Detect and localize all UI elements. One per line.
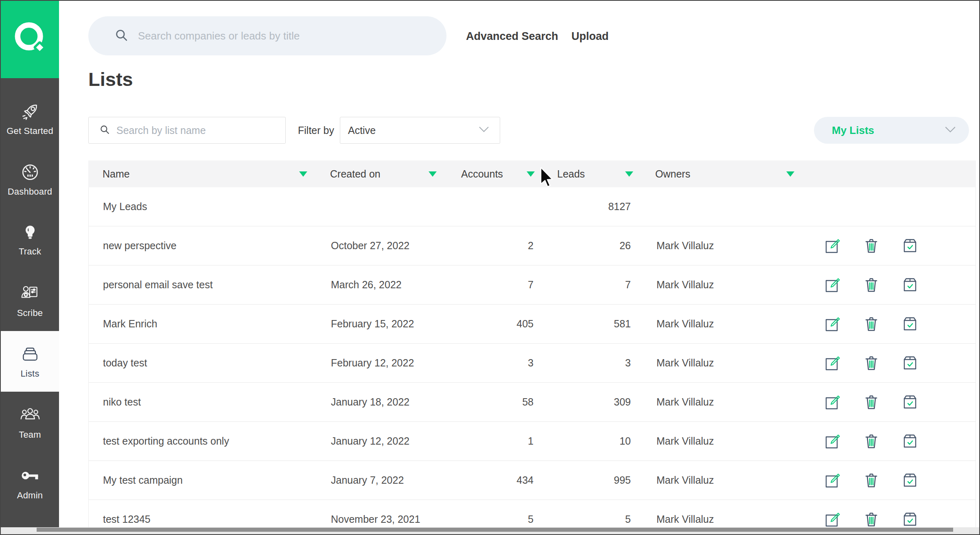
lists-drawer-icon [20, 344, 40, 364]
column-header-accounts[interactable]: Accounts [461, 160, 503, 187]
list-name[interactable]: test exporting accounts only [89, 435, 331, 447]
leads-count: 3 [534, 357, 631, 369]
edit-button[interactable] [823, 275, 842, 295]
accounts-count: 1 [453, 435, 534, 447]
trash-button[interactable] [862, 471, 881, 490]
edit-button[interactable] [823, 353, 842, 373]
list-name[interactable]: today test [89, 357, 331, 369]
archive-button[interactable] [900, 275, 920, 295]
status-filter-dropdown[interactable]: Active [340, 117, 500, 144]
row-actions [815, 510, 976, 529]
leads-count: 995 [534, 474, 631, 486]
accounts-count: 58 [453, 396, 534, 408]
sidebar-item-label: Track [19, 246, 41, 257]
sidebar-item-scribe[interactable]: Scribe [1, 270, 59, 331]
sidebar-item-team[interactable]: Team [1, 392, 59, 452]
column-header-created[interactable]: Created on [330, 160, 381, 187]
sidebar-nav: Get Started Dashboard [1, 78, 59, 513]
sidebar-item-get-started[interactable]: Get Started [1, 88, 59, 149]
created-on: November 23, 2021 [331, 513, 453, 525]
list-scope-dropdown[interactable]: My Lists [814, 117, 969, 144]
sidebar-item-track[interactable]: Track [1, 210, 59, 270]
row-actions [815, 353, 976, 373]
archive-button[interactable] [900, 510, 920, 529]
edit-button[interactable] [823, 314, 842, 334]
trash-button[interactable] [862, 432, 881, 451]
row-actions [815, 392, 976, 412]
sort-owners-icon[interactable] [786, 171, 794, 177]
table-row[interactable]: today test February 12, 2022 3 3 Mark Vi… [89, 344, 976, 383]
table-row[interactable]: Mark Enrich February 15, 2022 405 581 Ma… [89, 305, 976, 344]
global-search-input[interactable] [138, 30, 423, 42]
edit-button[interactable] [823, 392, 842, 412]
upload-link[interactable]: Upload [571, 30, 609, 43]
lightbulb-icon [21, 224, 39, 242]
row-actions [815, 236, 976, 256]
owner-name: Mark Villaluz [631, 513, 815, 525]
archive-button[interactable] [900, 392, 920, 412]
table-row[interactable]: test exporting accounts only January 12,… [89, 422, 976, 461]
archive-button[interactable] [900, 432, 920, 451]
column-header-name[interactable]: Name [103, 160, 130, 187]
edit-button[interactable] [823, 236, 842, 256]
column-header-leads[interactable]: Leads [557, 160, 585, 187]
trash-button[interactable] [862, 510, 881, 529]
trash-button[interactable] [862, 392, 881, 412]
key-icon [20, 465, 41, 486]
edit-button[interactable] [823, 510, 842, 529]
list-name[interactable]: personal email save test [89, 279, 331, 291]
edit-button[interactable] [823, 471, 842, 490]
rocket-icon [20, 101, 40, 122]
column-header-owners[interactable]: Owners [655, 160, 690, 187]
horizontal-scrollbar [1, 527, 979, 534]
archive-button[interactable] [900, 236, 920, 256]
leads-count: 8127 [534, 201, 631, 213]
search-icon [99, 124, 110, 136]
trash-button[interactable] [862, 236, 881, 256]
advanced-search-link[interactable]: Advanced Search [466, 30, 558, 43]
global-search[interactable] [88, 16, 446, 55]
list-search-input[interactable] [116, 125, 271, 136]
list-name[interactable]: Mark Enrich [89, 318, 331, 330]
sort-leads-icon[interactable] [625, 171, 633, 177]
edit-button[interactable] [823, 432, 842, 451]
list-name[interactable]: My test campaign [89, 474, 331, 486]
scrollbar-thumb[interactable] [37, 528, 953, 532]
brand-logo[interactable] [1, 1, 59, 78]
sort-name-icon[interactable] [299, 171, 307, 177]
page-title: Lists [88, 68, 133, 90]
sidebar-item-admin[interactable]: Admin [1, 452, 59, 513]
table-header: Name Created on Accounts Leads Owners [88, 160, 976, 187]
list-search[interactable] [88, 117, 286, 144]
table-row[interactable]: personal email save test March 26, 2022 … [89, 265, 976, 305]
search-icon [114, 28, 128, 44]
archive-button[interactable] [900, 314, 920, 334]
list-name[interactable]: test 12345 [89, 513, 331, 525]
chevron-down-icon [479, 126, 489, 134]
sidebar-item-dashboard[interactable]: Dashboard [1, 149, 59, 210]
list-name[interactable]: niko test [89, 396, 331, 408]
owner-name: Mark Villaluz [631, 474, 815, 486]
table-row[interactable]: new perspective October 27, 2022 2 26 Ma… [89, 226, 976, 265]
list-name[interactable]: My Leads [89, 201, 331, 213]
list-name[interactable]: new perspective [89, 240, 331, 252]
sidebar-item-lists[interactable]: Lists [1, 331, 59, 392]
owner-name: Mark Villaluz [631, 357, 815, 369]
trash-button[interactable] [862, 314, 881, 334]
sidebar-item-label: Get Started [7, 126, 53, 136]
lists-table: Name Created on Accounts Leads Owners My… [88, 160, 976, 535]
archive-button[interactable] [900, 471, 920, 490]
scribe-person-icon [20, 283, 40, 304]
table-row[interactable]: My Leads 8127 [89, 187, 976, 226]
archive-button[interactable] [900, 353, 920, 373]
status-filter-value: Active [348, 125, 376, 136]
sort-accounts-icon[interactable] [527, 171, 535, 177]
sidebar-item-label: Scribe [17, 308, 43, 318]
sort-created-icon[interactable] [429, 171, 437, 177]
trash-button[interactable] [862, 275, 881, 295]
created-on: October 27, 2022 [331, 240, 453, 252]
trash-button[interactable] [862, 353, 881, 373]
table-row[interactable]: My test campaign January 7, 2022 434 995… [89, 461, 976, 500]
created-on: February 12, 2022 [331, 357, 453, 369]
table-row[interactable]: niko test January 18, 2022 58 309 Mark V… [89, 383, 976, 422]
